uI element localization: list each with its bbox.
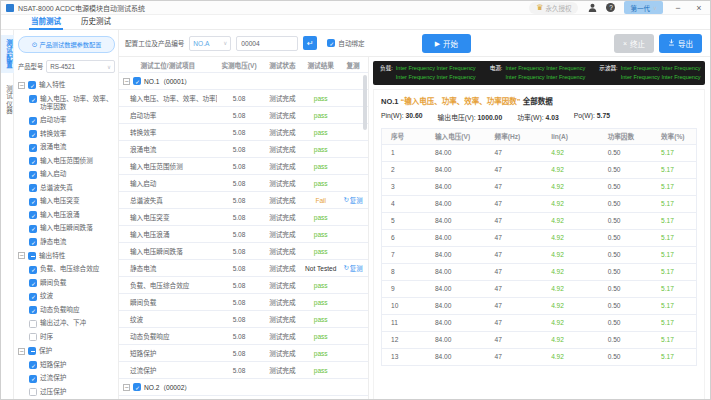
tree-item[interactable]: 输入电压突变 <box>18 195 115 209</box>
retest-button[interactable]: ↻复测 <box>344 196 363 205</box>
test-item-row[interactable]: 输入电压、功率、效率、功率因数5.08测试完成pass <box>119 90 368 107</box>
retest-button[interactable]: ↻复测 <box>344 264 363 273</box>
tree-item[interactable]: 动态负载响应 <box>18 303 115 317</box>
tree-item[interactable]: 输入电压范围侦测 <box>18 154 115 168</box>
tree-item-checkbox[interactable] <box>29 361 37 369</box>
tree-item-checkbox[interactable] <box>29 144 37 152</box>
tree-item[interactable]: 输入启动 <box>18 168 115 182</box>
detail-cell: 47 <box>486 149 543 156</box>
user-icon[interactable] <box>587 3 597 13</box>
detail-cell: 5.17 <box>652 285 696 292</box>
collapse-icon[interactable]: − <box>18 348 25 355</box>
tree-item-checkbox[interactable] <box>29 306 37 314</box>
help-icon[interactable]: ? <box>606 3 615 12</box>
tree-item[interactable]: 短路保护 <box>18 358 115 372</box>
test-item-row[interactable]: 转换效率5.08测试完成pass <box>119 124 368 141</box>
retest-cell: ↻复测 <box>338 264 368 273</box>
tab-history-test[interactable]: 历史测试 <box>79 15 113 29</box>
station-select[interactable]: NO.A ∨ <box>189 36 231 51</box>
minimize-button[interactable]: − <box>672 3 684 13</box>
tree-item-checkbox[interactable] <box>29 117 37 125</box>
tree-item[interactable]: 总谐波失真 <box>18 181 115 195</box>
collapse-icon[interactable]: − <box>123 78 130 85</box>
station-group-row[interactable]: −NO.2（00002） <box>119 379 368 396</box>
tree-item-checkbox[interactable] <box>29 388 37 396</box>
tree-group-checkbox[interactable] <box>28 81 36 89</box>
product-number-input[interactable] <box>236 36 298 51</box>
detail-cell: 4.92 <box>542 285 599 292</box>
detail-cell: 47 <box>486 336 543 343</box>
tree-group-checkbox[interactable] <box>28 347 36 355</box>
test-item-row[interactable]: 短路保护5.08测试完成pass <box>119 345 368 362</box>
product-config-button[interactable]: ⊙ 产品测试数据参数配置 <box>18 36 115 53</box>
tree-item[interactable]: 输入电压瞬间跌落 <box>18 222 115 236</box>
tree-item[interactable]: 时序 <box>18 330 115 344</box>
test-item-row[interactable]: 过流保护5.08测试完成pass <box>119 362 368 379</box>
tree-item[interactable]: 转换效率 <box>18 127 115 141</box>
tree-item[interactable]: 纹波 <box>18 290 115 304</box>
collapse-icon[interactable]: − <box>123 384 130 391</box>
tree-item[interactable]: 输出过冲、下冲 <box>18 317 115 331</box>
detail-cell: 7 <box>382 251 426 258</box>
tree-item-checkbox[interactable] <box>29 130 37 138</box>
auto-bind-checkbox[interactable] <box>327 39 335 47</box>
tree-item[interactable]: 负载、电压综合效应 <box>18 263 115 277</box>
stop-button[interactable]: × 终止 <box>614 34 654 53</box>
tree-item[interactable]: 过流保护 <box>18 372 115 386</box>
apply-number-button[interactable]: ↵ <box>303 36 317 50</box>
tree-item[interactable]: 瞬间负载 <box>18 276 115 290</box>
tree-item-checkbox[interactable] <box>29 279 37 287</box>
close-button[interactable]: × <box>693 3 705 13</box>
station-checkbox[interactable] <box>133 77 141 85</box>
tree-item-checkbox[interactable] <box>29 320 37 328</box>
test-item-row[interactable]: 输入电压浪涌5.08测试完成pass <box>119 226 368 243</box>
tree-item[interactable]: 启动功率 <box>18 114 115 128</box>
start-button[interactable]: ▶ 开始 <box>422 34 471 53</box>
collapse-icon[interactable]: − <box>18 252 25 259</box>
tree-item-checkbox[interactable] <box>29 225 37 233</box>
test-item-row[interactable]: 总谐波失真5.08测试完成Fail↻复测 <box>119 192 368 209</box>
tree-item-checkbox[interactable] <box>29 238 37 246</box>
tab-current-test[interactable]: 当前测试 <box>29 15 63 29</box>
tree-item-checkbox[interactable] <box>29 211 37 219</box>
tree-item-checkbox[interactable] <box>29 157 37 165</box>
measured-voltage: 5.08 <box>217 163 262 170</box>
tree-item-checkbox[interactable] <box>29 198 37 206</box>
test-item-row[interactable]: 纹波5.08测试完成pass <box>119 311 368 328</box>
export-button[interactable]: 导出 <box>659 34 702 53</box>
test-item-row[interactable]: 启动功率5.08测试完成pass <box>119 107 368 124</box>
product-model-select[interactable]: RS-4521 ∨ <box>46 60 115 73</box>
tree-item-checkbox[interactable] <box>29 333 37 341</box>
test-item-row[interactable]: 瞬间负载5.08测试完成pass <box>119 294 368 311</box>
collapse-icon[interactable]: − <box>18 82 25 89</box>
test-item-row[interactable]: 输入启动5.08测试完成pass <box>119 175 368 192</box>
test-item-row[interactable]: 静态电流5.08测试完成Not Tested↻复测 <box>119 260 368 277</box>
sidenav-test-instrument[interactable]: 测试仪器 <box>1 81 14 119</box>
instrument-name: 负载: <box>380 64 393 82</box>
tree-item[interactable]: 输入电压浪涌 <box>18 208 115 222</box>
tree-item-checkbox[interactable] <box>29 95 37 103</box>
tree-item-checkbox[interactable] <box>29 293 37 301</box>
test-item-row[interactable]: 负载、电压综合效应5.08测试完成pass <box>119 277 368 294</box>
station-checkbox[interactable] <box>133 383 141 391</box>
tree-item[interactable]: 输入电压、功率、效率、功率因数 <box>18 92 115 113</box>
tree-item[interactable]: 过压保护 <box>18 385 115 399</box>
tree-item-checkbox[interactable] <box>29 266 37 274</box>
tree-item[interactable]: 浪涌电流 <box>18 141 115 155</box>
tree-item-checkbox[interactable] <box>29 375 37 383</box>
scrollbar-thumb[interactable] <box>363 75 367 130</box>
test-status: 测试完成 <box>261 144 303 154</box>
sidenav-test-config[interactable]: 测试配置 <box>1 35 14 73</box>
test-item-row[interactable]: 浪涌电流5.08测试完成pass <box>119 141 368 158</box>
test-item-row[interactable]: 动态负载响应5.08测试完成pass <box>119 328 368 345</box>
tree-item[interactable]: 静态电流 <box>18 235 115 249</box>
station-group-row[interactable]: −NO.1（00001） <box>119 73 368 90</box>
tree-item-checkbox[interactable] <box>29 171 37 179</box>
test-item-row[interactable]: 输入电压瞬间跌落5.08测试完成pass <box>119 243 368 260</box>
tree-group-checkbox[interactable] <box>28 252 36 260</box>
auto-bind-option[interactable]: 自动绑定 <box>327 38 364 48</box>
tree-item-checkbox[interactable] <box>29 184 37 192</box>
version-dropdown[interactable]: 第一代 ∨ <box>624 1 663 14</box>
test-item-row[interactable]: 输入电压范围侦测5.08测试完成pass <box>119 158 368 175</box>
test-item-row[interactable]: 输入电压突变5.08测试完成pass <box>119 209 368 226</box>
